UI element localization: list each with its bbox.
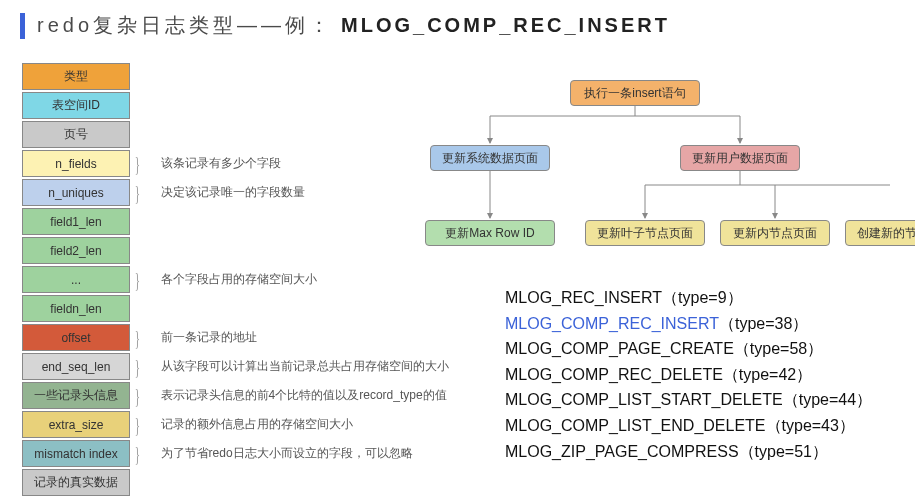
field-cell: field1_len: [22, 208, 130, 235]
brace-icon: }: [135, 180, 140, 206]
execution-tree: 执行一条insert语句更新系统数据页面更新用户数据页面更新Max Row ID…: [370, 70, 890, 270]
tree-node: 更新用户数据页面: [680, 145, 800, 171]
field-row: extra_size}记录的额外信息占用的存储空间大小: [22, 410, 449, 439]
title-cn: redo复杂日志类型——例：: [37, 12, 333, 39]
mlog-types-list: MLOG_REC_INSERT（type=9）MLOG_COMP_REC_INS…: [505, 285, 872, 464]
mlog-type-name: MLOG_COMP_LIST_END_DELETE: [505, 417, 766, 434]
tree-node: 执行一条insert语句: [570, 80, 700, 106]
field-cell: offset: [22, 324, 130, 351]
field-cell: 表空间ID: [22, 92, 130, 119]
mlog-type-name: MLOG_COMP_PAGE_CREATE: [505, 340, 734, 357]
mlog-type-value: （type=43）: [766, 417, 855, 434]
tree-node: 创建新的节点页面: [845, 220, 915, 246]
mlog-type-name: MLOG_ZIP_PAGE_COMPRESS: [505, 443, 739, 460]
brace-icon: }: [135, 325, 140, 351]
mlog-type-value: （type=9）: [662, 289, 742, 306]
field-row: fieldn_len: [22, 294, 449, 323]
mlog-type-name: MLOG_COMP_LIST_START_DELETE: [505, 391, 783, 408]
field-cell: fieldn_len: [22, 295, 130, 322]
field-note: 从该字段可以计算出当前记录总共占用存储空间的大小: [161, 358, 449, 375]
tree-node: 更新内节点页面: [720, 220, 830, 246]
field-note: 前一条记录的地址: [161, 329, 257, 346]
brace-icon: }: [135, 441, 140, 467]
field-cell: n_uniques: [22, 179, 130, 206]
field-cell: n_fields: [22, 150, 130, 177]
field-cell: 类型: [22, 63, 130, 90]
page-title: redo复杂日志类型——例： MLOG_COMP_REC_INSERT: [0, 0, 915, 45]
field-note: 各个字段占用的存储空间大小: [161, 271, 317, 288]
mlog-type-name: MLOG_COMP_REC_DELETE: [505, 366, 723, 383]
field-row: mismatch index}为了节省redo日志大小而设立的字段，可以忽略: [22, 439, 449, 468]
brace-icon: }: [135, 151, 140, 177]
field-cell: extra_size: [22, 411, 130, 438]
brace-icon: }: [135, 383, 140, 409]
mlog-type-value: （type=51）: [739, 443, 828, 460]
field-cell: end_seq_len: [22, 353, 130, 380]
tree-node: 更新系统数据页面: [430, 145, 550, 171]
mlog-type-item: MLOG_COMP_REC_INSERT（type=38）: [505, 311, 872, 337]
field-note: 记录的额外信息占用的存储空间大小: [161, 416, 353, 433]
mlog-type-value: （type=42）: [723, 366, 812, 383]
field-cell: 一些记录头信息: [22, 382, 130, 409]
brace-icon: }: [135, 412, 140, 438]
field-cell: 页号: [22, 121, 130, 148]
mlog-type-item: MLOG_ZIP_PAGE_COMPRESS（type=51）: [505, 439, 872, 465]
field-row: 一些记录头信息}表示记录头信息的前4个比特的值以及record_type的值: [22, 381, 449, 410]
field-note: 为了节省redo日志大小而设立的字段，可以忽略: [161, 445, 413, 462]
field-cell: mismatch index: [22, 440, 130, 467]
field-row: 记录的真实数据: [22, 468, 449, 497]
field-cell: 记录的真实数据: [22, 469, 130, 496]
tree-node: 更新叶子节点页面: [585, 220, 705, 246]
mlog-type-value: （type=44）: [783, 391, 872, 408]
field-row: end_seq_len}从该字段可以计算出当前记录总共占用存储空间的大小: [22, 352, 449, 381]
mlog-type-item: MLOG_COMP_LIST_START_DELETE（type=44）: [505, 387, 872, 413]
mlog-type-value: （type=38）: [719, 315, 808, 332]
mlog-type-item: MLOG_COMP_REC_DELETE（type=42）: [505, 362, 872, 388]
mlog-type-name: MLOG_COMP_REC_INSERT: [505, 315, 719, 332]
brace-icon: }: [135, 267, 140, 293]
title-en: MLOG_COMP_REC_INSERT: [341, 14, 670, 37]
brace-icon: }: [135, 354, 140, 380]
mlog-type-item: MLOG_COMP_PAGE_CREATE（type=58）: [505, 336, 872, 362]
title-accent-bar: [20, 13, 25, 39]
mlog-type-item: MLOG_REC_INSERT（type=9）: [505, 285, 872, 311]
field-note: 决定该记录唯一的字段数量: [161, 184, 305, 201]
field-row: offset}前一条记录的地址: [22, 323, 449, 352]
tree-node: 更新Max Row ID: [425, 220, 555, 246]
field-cell: field2_len: [22, 237, 130, 264]
mlog-type-name: MLOG_REC_INSERT: [505, 289, 662, 306]
field-note: 表示记录头信息的前4个比特的值以及record_type的值: [161, 387, 447, 404]
mlog-type-item: MLOG_COMP_LIST_END_DELETE（type=43）: [505, 413, 872, 439]
field-cell: ...: [22, 266, 130, 293]
mlog-type-value: （type=58）: [734, 340, 823, 357]
field-note: 该条记录有多少个字段: [161, 155, 281, 172]
